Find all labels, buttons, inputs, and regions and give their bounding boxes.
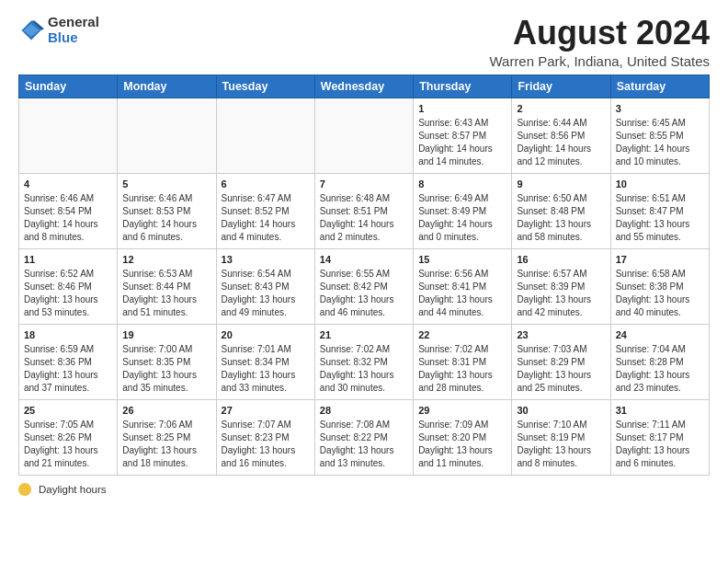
day-detail: Sunrise: 6:43 AM Sunset: 8:57 PM Dayligh… bbox=[418, 117, 506, 168]
day-detail: Sunrise: 7:09 AM Sunset: 8:20 PM Dayligh… bbox=[418, 419, 506, 470]
day-number: 9 bbox=[517, 178, 605, 191]
day-number: 31 bbox=[616, 404, 704, 418]
col-thursday: Thursday bbox=[414, 75, 512, 98]
day-detail: Sunrise: 7:06 AM Sunset: 8:25 PM Dayligh… bbox=[122, 419, 210, 470]
calendar-week-2: 11Sunrise: 6:52 AM Sunset: 8:46 PM Dayli… bbox=[19, 248, 710, 324]
col-tuesday: Tuesday bbox=[216, 75, 314, 98]
day-detail: Sunrise: 6:56 AM Sunset: 8:41 PM Dayligh… bbox=[418, 268, 506, 319]
day-detail: Sunrise: 6:45 AM Sunset: 8:55 PM Dayligh… bbox=[616, 117, 704, 168]
day-detail: Sunrise: 7:11 AM Sunset: 8:17 PM Dayligh… bbox=[616, 419, 704, 470]
day-number: 22 bbox=[418, 328, 506, 342]
day-detail: Sunrise: 6:58 AM Sunset: 8:38 PM Dayligh… bbox=[616, 268, 704, 319]
calendar-cell-4-0: 25Sunrise: 7:05 AM Sunset: 8:26 PM Dayli… bbox=[19, 399, 118, 475]
calendar-cell-3-0: 18Sunrise: 6:59 AM Sunset: 8:36 PM Dayli… bbox=[19, 324, 118, 399]
day-detail: Sunrise: 6:48 AM Sunset: 8:51 PM Dayligh… bbox=[320, 192, 408, 244]
day-number: 5 bbox=[122, 178, 210, 191]
day-number: 11 bbox=[24, 253, 112, 267]
day-number: 12 bbox=[122, 253, 210, 267]
day-number: 17 bbox=[616, 253, 704, 267]
day-detail: Sunrise: 6:47 AM Sunset: 8:52 PM Dayligh… bbox=[222, 192, 310, 244]
col-monday: Monday bbox=[118, 75, 216, 98]
calendar-cell-1-4: 8Sunrise: 6:49 AM Sunset: 8:49 PM Daylig… bbox=[414, 173, 512, 248]
calendar-week-0: 1Sunrise: 6:43 AM Sunset: 8:57 PM Daylig… bbox=[19, 98, 710, 173]
main-title: August 2024 bbox=[489, 15, 710, 52]
calendar-cell-4-1: 26Sunrise: 7:06 AM Sunset: 8:25 PM Dayli… bbox=[118, 399, 216, 475]
day-number: 23 bbox=[517, 328, 605, 342]
day-number: 4 bbox=[24, 178, 112, 191]
calendar-week-3: 18Sunrise: 6:59 AM Sunset: 8:36 PM Dayli… bbox=[19, 324, 710, 399]
day-detail: Sunrise: 6:59 AM Sunset: 8:36 PM Dayligh… bbox=[24, 343, 112, 395]
day-number: 26 bbox=[122, 404, 210, 418]
day-detail: Sunrise: 7:01 AM Sunset: 8:34 PM Dayligh… bbox=[222, 343, 310, 395]
day-number: 14 bbox=[320, 253, 408, 267]
day-detail: Sunrise: 7:07 AM Sunset: 8:23 PM Dayligh… bbox=[222, 419, 310, 470]
day-detail: Sunrise: 6:46 AM Sunset: 8:54 PM Dayligh… bbox=[24, 192, 112, 244]
day-detail: Sunrise: 7:04 AM Sunset: 8:28 PM Dayligh… bbox=[616, 343, 704, 395]
day-number: 24 bbox=[616, 328, 704, 342]
day-detail: Sunrise: 7:02 AM Sunset: 8:31 PM Dayligh… bbox=[418, 343, 506, 395]
calendar-cell-4-5: 30Sunrise: 7:10 AM Sunset: 8:19 PM Dayli… bbox=[512, 399, 610, 475]
day-number: 1 bbox=[418, 102, 506, 116]
calendar-cell-2-4: 15Sunrise: 6:56 AM Sunset: 8:41 PM Dayli… bbox=[414, 248, 512, 324]
subtitle: Warren Park, Indiana, United States bbox=[489, 53, 710, 69]
header-row: Sunday Monday Tuesday Wednesday Thursday… bbox=[19, 75, 710, 98]
day-detail: Sunrise: 6:55 AM Sunset: 8:42 PM Dayligh… bbox=[320, 268, 408, 319]
day-detail: Sunrise: 7:08 AM Sunset: 8:22 PM Dayligh… bbox=[320, 419, 408, 470]
logo-blue: Blue bbox=[48, 30, 99, 46]
calendar-body: 1Sunrise: 6:43 AM Sunset: 8:57 PM Daylig… bbox=[19, 98, 710, 475]
legend: Daylight hours bbox=[18, 483, 710, 496]
calendar-cell-2-3: 14Sunrise: 6:55 AM Sunset: 8:42 PM Dayli… bbox=[314, 248, 413, 324]
calendar-cell-3-4: 22Sunrise: 7:02 AM Sunset: 8:31 PM Dayli… bbox=[414, 324, 512, 399]
calendar-cell-1-3: 7Sunrise: 6:48 AM Sunset: 8:51 PM Daylig… bbox=[314, 173, 413, 248]
calendar-header: Sunday Monday Tuesday Wednesday Thursday… bbox=[19, 75, 710, 98]
day-number: 18 bbox=[24, 328, 112, 342]
day-number: 3 bbox=[616, 102, 704, 116]
day-detail: Sunrise: 6:44 AM Sunset: 8:56 PM Dayligh… bbox=[517, 117, 605, 168]
day-detail: Sunrise: 7:10 AM Sunset: 8:19 PM Dayligh… bbox=[517, 419, 605, 470]
day-number: 19 bbox=[122, 328, 210, 342]
day-number: 10 bbox=[616, 178, 704, 191]
day-number: 2 bbox=[517, 102, 605, 116]
day-detail: Sunrise: 6:49 AM Sunset: 8:49 PM Dayligh… bbox=[418, 192, 506, 244]
day-number: 7 bbox=[320, 178, 408, 191]
calendar-cell-2-6: 17Sunrise: 6:58 AM Sunset: 8:38 PM Dayli… bbox=[610, 248, 709, 324]
day-number: 20 bbox=[222, 328, 310, 342]
calendar-cell-0-0 bbox=[19, 98, 118, 173]
day-detail: Sunrise: 6:53 AM Sunset: 8:44 PM Dayligh… bbox=[122, 268, 210, 319]
calendar-cell-2-2: 13Sunrise: 6:54 AM Sunset: 8:43 PM Dayli… bbox=[216, 248, 314, 324]
day-number: 28 bbox=[320, 404, 408, 418]
day-number: 8 bbox=[418, 178, 506, 191]
logo: General Blue bbox=[18, 15, 99, 45]
day-number: 27 bbox=[222, 404, 310, 418]
calendar-cell-1-1: 5Sunrise: 6:46 AM Sunset: 8:53 PM Daylig… bbox=[118, 173, 216, 248]
calendar-cell-2-1: 12Sunrise: 6:53 AM Sunset: 8:44 PM Dayli… bbox=[118, 248, 216, 324]
col-saturday: Saturday bbox=[610, 75, 709, 98]
day-number: 25 bbox=[24, 404, 112, 418]
calendar-cell-2-0: 11Sunrise: 6:52 AM Sunset: 8:46 PM Dayli… bbox=[19, 248, 118, 324]
calendar-week-1: 4Sunrise: 6:46 AM Sunset: 8:54 PM Daylig… bbox=[19, 173, 710, 248]
calendar-cell-0-6: 3Sunrise: 6:45 AM Sunset: 8:55 PM Daylig… bbox=[610, 98, 709, 173]
calendar-cell-0-1 bbox=[118, 98, 216, 173]
day-number: 15 bbox=[418, 253, 506, 267]
title-block: August 2024 Warren Park, Indiana, United… bbox=[489, 15, 710, 69]
legend-label: Daylight hours bbox=[39, 484, 107, 495]
col-wednesday: Wednesday bbox=[314, 75, 413, 98]
logo-general: General bbox=[48, 15, 99, 30]
day-detail: Sunrise: 7:00 AM Sunset: 8:35 PM Dayligh… bbox=[122, 343, 210, 395]
logo-icon bbox=[18, 17, 44, 43]
day-detail: Sunrise: 7:05 AM Sunset: 8:26 PM Dayligh… bbox=[24, 419, 112, 470]
day-detail: Sunrise: 7:02 AM Sunset: 8:32 PM Dayligh… bbox=[320, 343, 408, 395]
day-detail: Sunrise: 6:46 AM Sunset: 8:53 PM Dayligh… bbox=[122, 192, 210, 244]
calendar-cell-0-4: 1Sunrise: 6:43 AM Sunset: 8:57 PM Daylig… bbox=[414, 98, 512, 173]
calendar-cell-0-5: 2Sunrise: 6:44 AM Sunset: 8:56 PM Daylig… bbox=[512, 98, 610, 173]
calendar-cell-3-6: 24Sunrise: 7:04 AM Sunset: 8:28 PM Dayli… bbox=[610, 324, 709, 399]
day-detail: Sunrise: 6:52 AM Sunset: 8:46 PM Dayligh… bbox=[24, 268, 112, 319]
day-number: 21 bbox=[320, 328, 408, 342]
calendar-cell-4-6: 31Sunrise: 7:11 AM Sunset: 8:17 PM Dayli… bbox=[610, 399, 709, 475]
calendar-cell-2-5: 16Sunrise: 6:57 AM Sunset: 8:39 PM Dayli… bbox=[512, 248, 610, 324]
day-detail: Sunrise: 6:51 AM Sunset: 8:47 PM Dayligh… bbox=[616, 192, 704, 244]
day-number: 13 bbox=[222, 253, 310, 267]
calendar-cell-4-3: 28Sunrise: 7:08 AM Sunset: 8:22 PM Dayli… bbox=[314, 399, 413, 475]
calendar-cell-1-5: 9Sunrise: 6:50 AM Sunset: 8:48 PM Daylig… bbox=[512, 173, 610, 248]
calendar-cell-3-5: 23Sunrise: 7:03 AM Sunset: 8:29 PM Dayli… bbox=[512, 324, 610, 399]
